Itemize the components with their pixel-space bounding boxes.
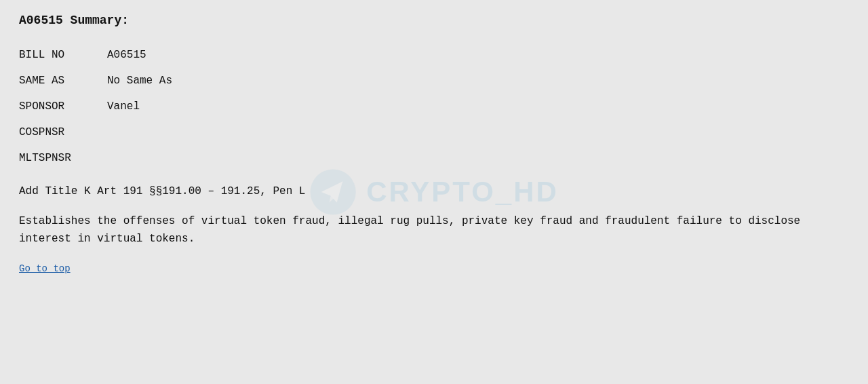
field-value: A06515 bbox=[107, 42, 849, 68]
field-label: SPONSOR bbox=[19, 94, 107, 119]
field-value: Vanel bbox=[107, 94, 849, 119]
field-label: COSPNSR bbox=[19, 119, 107, 145]
bill-info-table: BILL NOA06515SAME ASNo Same AsSPONSORVan… bbox=[19, 42, 849, 171]
field-value bbox=[107, 119, 849, 145]
page-title: A06515 Summary: bbox=[19, 14, 849, 27]
summary-text: Establishes the offenses of virtual toke… bbox=[19, 213, 849, 248]
field-value: No Same As bbox=[107, 68, 849, 94]
field-label: MLTSPNSR bbox=[19, 145, 107, 171]
go-to-top-link[interactable]: Go to top bbox=[19, 263, 71, 274]
table-row: SPONSORVanel bbox=[19, 94, 849, 119]
field-label: SAME AS bbox=[19, 68, 107, 94]
table-row: BILL NOA06515 bbox=[19, 42, 849, 68]
table-row: MLTSPNSR bbox=[19, 145, 849, 171]
field-label: BILL NO bbox=[19, 42, 107, 68]
description-section: Add Title K Art 191 §§191.00 – 191.25, P… bbox=[19, 183, 849, 248]
description-line: Add Title K Art 191 §§191.00 – 191.25, P… bbox=[19, 183, 849, 199]
table-row: SAME ASNo Same As bbox=[19, 68, 849, 94]
field-value bbox=[107, 145, 849, 171]
page-content: A06515 Summary: BILL NOA06515SAME ASNo S… bbox=[19, 14, 849, 275]
table-row: COSPNSR bbox=[19, 119, 849, 145]
